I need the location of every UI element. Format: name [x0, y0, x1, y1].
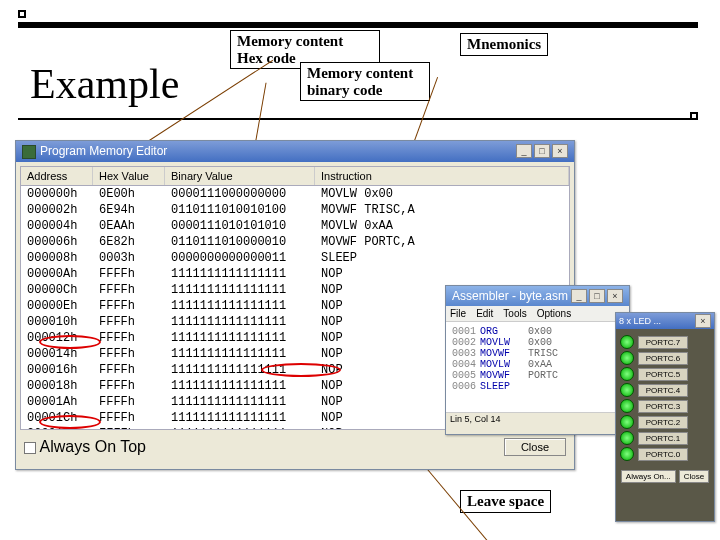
callout-mnemonics: Mnemonics [460, 33, 548, 56]
cell-binary: 0000000000000011 [171, 250, 321, 266]
col-hex[interactable]: Hex Value [93, 167, 165, 185]
cell-binary: 1111111111111111 [171, 394, 321, 410]
table-row[interactable]: 000002h6E94h0110111010010100MOVWF TRISC,… [21, 202, 569, 218]
close-button[interactable]: × [607, 289, 623, 303]
led-titlebar[interactable]: 8 x LED ... × [616, 313, 714, 329]
slide-title: Example [30, 60, 179, 108]
led-footer: Always On... Close [616, 467, 714, 486]
asm-line: 0004MOVLW0xAA [452, 359, 623, 370]
led-row: PORTC.4 [620, 383, 710, 397]
highlight-ellipse [39, 415, 101, 429]
asm-line: 0003MOVWFTRISC [452, 348, 623, 359]
table-row[interactable]: 000006h6E82h0110111010000010MOVWF PORTC,… [21, 234, 569, 250]
cell-hex: FFFFh [99, 410, 171, 426]
asm-line: 0006SLEEP [452, 381, 623, 392]
led-label[interactable]: PORTC.6 [638, 352, 688, 365]
menu-options[interactable]: Options [537, 308, 571, 319]
highlight-ellipse [39, 335, 101, 349]
maximize-button[interactable]: □ [534, 144, 550, 158]
cell-hex: FFFFh [99, 346, 171, 362]
led-title-text: 8 x LED ... [619, 316, 661, 326]
cell-instruction: SLEEP [321, 250, 563, 266]
cell-address: 000008h [27, 250, 99, 266]
menu-edit[interactable]: Edit [476, 308, 493, 319]
cell-address: 000016h [27, 362, 99, 378]
cell-hex: 6E94h [99, 202, 171, 218]
cell-instruction: MOVLW 0xAA [321, 218, 563, 234]
led-row: PORTC.0 [620, 447, 710, 461]
led-indicator-icon [620, 399, 634, 413]
cell-hex: FFFFh [99, 378, 171, 394]
cell-address: 00000Ch [27, 282, 99, 298]
col-binary[interactable]: Binary Value [165, 167, 315, 185]
led-label[interactable]: PORTC.2 [638, 416, 688, 429]
cell-binary: 1111111111111111 [171, 346, 321, 362]
led-indicator-icon [620, 415, 634, 429]
minimize-button[interactable]: _ [516, 144, 532, 158]
slide-top-rule [18, 22, 698, 28]
col-address[interactable]: Address [21, 167, 93, 185]
menu-file[interactable]: File [450, 308, 466, 319]
led-panel-window: 8 x LED ... × PORTC.7PORTC.6PORTC.5PORTC… [615, 312, 715, 522]
cell-binary: 0110111010000010 [171, 234, 321, 250]
table-row[interactable]: 000008h0003h0000000000000011SLEEP [21, 250, 569, 266]
maximize-button[interactable]: □ [589, 289, 605, 303]
led-row: PORTC.6 [620, 351, 710, 365]
asm-source[interactable]: 0001ORG0x000002MOVLW0x000003MOVWFTRISC00… [446, 322, 629, 412]
led-indicator-icon [620, 431, 634, 445]
led-indicator-icon [620, 367, 634, 381]
asm-statusbar: Lin 5, Col 14 [446, 412, 629, 425]
cell-address: 00000Eh [27, 298, 99, 314]
led-close-button[interactable]: Close [679, 470, 709, 483]
close-button[interactable]: × [695, 314, 711, 328]
cell-hex: 6E82h [99, 234, 171, 250]
led-label[interactable]: PORTC.7 [638, 336, 688, 349]
close-button[interactable]: × [552, 144, 568, 158]
highlight-ellipse [261, 363, 341, 377]
led-label[interactable]: PORTC.0 [638, 448, 688, 461]
cell-binary: 1111111111111111 [171, 314, 321, 330]
menu-tools[interactable]: Tools [503, 308, 526, 319]
led-row: PORTC.2 [620, 415, 710, 429]
led-indicator-icon [620, 447, 634, 461]
led-label[interactable]: PORTC.1 [638, 432, 688, 445]
cell-address: 000010h [27, 314, 99, 330]
slide-corner-marker-2 [690, 112, 698, 120]
pme-footer: Always On Top Close [16, 434, 574, 460]
asm-titlebar[interactable]: Assembler - byte.asm _ □ × [446, 286, 629, 306]
cell-binary: 0000111000000000 [171, 186, 321, 202]
asm-menubar: File Edit Tools Options [446, 306, 629, 322]
led-indicator-icon [620, 383, 634, 397]
table-row[interactable]: 000004h0EAAh0000111010101010MOVLW 0xAA [21, 218, 569, 234]
led-body: PORTC.7PORTC.6PORTC.5PORTC.4PORTC.3PORTC… [616, 329, 714, 467]
led-always-on-button[interactable]: Always On... [621, 470, 676, 483]
cell-address: 000018h [27, 378, 99, 394]
table-row[interactable]: 000000h0E00h0000111000000000MOVLW 0x00 [21, 186, 569, 202]
table-row[interactable]: 00000AhFFFFh1111111111111111NOP [21, 266, 569, 282]
led-label[interactable]: PORTC.3 [638, 400, 688, 413]
close-button-footer[interactable]: Close [504, 438, 566, 456]
cell-binary: 1111111111111111 [171, 282, 321, 298]
led-label[interactable]: PORTC.5 [638, 368, 688, 381]
cell-hex: 0003h [99, 250, 171, 266]
cell-hex: FFFFh [99, 266, 171, 282]
cell-hex: FFFFh [99, 394, 171, 410]
cell-hex: 0EAAh [99, 218, 171, 234]
always-on-top-checkbox[interactable]: Always On Top [24, 438, 146, 456]
cell-address: 000004h [27, 218, 99, 234]
cell-hex: FFFFh [99, 298, 171, 314]
cell-instruction: MOVWF PORTC,A [321, 234, 563, 250]
cell-binary: 1111111111111111 [171, 266, 321, 282]
led-label[interactable]: PORTC.4 [638, 384, 688, 397]
cell-binary: 1111111111111111 [171, 426, 321, 430]
cell-hex: FFFFh [99, 330, 171, 346]
app-icon [22, 145, 36, 159]
asm-line: 0005MOVWFPORTC [452, 370, 623, 381]
assembler-window: Assembler - byte.asm _ □ × File Edit Too… [445, 285, 630, 435]
pme-titlebar[interactable]: Program Memory Editor _ □ × [16, 141, 574, 162]
cell-instruction: MOVLW 0x00 [321, 186, 563, 202]
minimize-button[interactable]: _ [571, 289, 587, 303]
led-indicator-icon [620, 335, 634, 349]
led-row: PORTC.1 [620, 431, 710, 445]
col-instruction[interactable]: Instruction [315, 167, 569, 185]
